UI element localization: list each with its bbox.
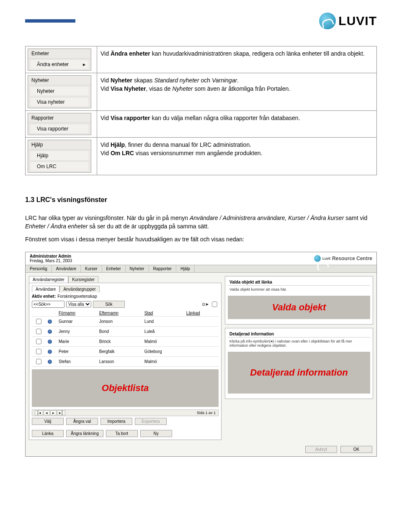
- row-checkbox[interactable]: [36, 349, 41, 354]
- table-row[interactable]: iJennyBondLuleå: [32, 326, 219, 336]
- objektlista-label: Objektlista: [102, 383, 149, 394]
- logo-text: LUVIT: [338, 14, 377, 28]
- top-tab[interactable]: Hjälp: [176, 265, 195, 272]
- aktiv-enhet-value: Forskningsvetenskap: [57, 294, 97, 299]
- register-tab[interactable]: Kursregister: [68, 276, 98, 283]
- action-button[interactable]: Exportera: [135, 418, 167, 425]
- action-button[interactable]: Länka: [32, 430, 64, 437]
- user-tab[interactable]: Användare: [32, 286, 59, 292]
- menu-header: Hjälp: [28, 140, 91, 150]
- row-checkbox[interactable]: [36, 339, 41, 344]
- action-button[interactable]: Välj: [32, 418, 64, 425]
- user-table: FörnamnEfternamnStadLänkad iGunnarJonson…: [32, 310, 219, 367]
- admin-date: Fredag, Mars 21, 2003: [30, 258, 72, 263]
- info-icon[interactable]: i: [48, 340, 52, 344]
- table-row[interactable]: iStefanLarssonMalmö: [32, 356, 219, 366]
- globe-icon: [319, 13, 336, 29]
- action-button[interactable]: Ny: [140, 430, 172, 437]
- top-tab[interactable]: Rapporter: [149, 265, 176, 272]
- luvit-logo: LUVIT: [319, 13, 377, 29]
- user-tab[interactable]: Användargrupper: [59, 286, 99, 292]
- chevron-right-icon: ▸: [83, 61, 85, 67]
- body-text: LRC har olika typer av visningsfönster. …: [25, 214, 377, 243]
- detaljerad-label: Detaljerad information: [250, 368, 348, 378]
- table-row[interactable]: iGunnarJonsonLund: [32, 316, 219, 326]
- avbryt-button[interactable]: Avbryt: [305, 446, 337, 453]
- top-tab[interactable]: Personlig: [26, 265, 52, 272]
- valda-objekt-label: Valda objekt: [272, 302, 326, 313]
- menu-item[interactable]: Om LRC: [30, 161, 89, 171]
- table-row[interactable]: iMarieBrinckMalmö: [32, 336, 219, 346]
- row-checkbox[interactable]: [36, 329, 41, 334]
- paragraph: Fönstret som visas i dessa menyer består…: [25, 235, 377, 243]
- menu-description: Vid Hjälp, finner du denna manual för LR…: [97, 138, 377, 175]
- info-icon[interactable]: i: [48, 320, 52, 324]
- detaljerad-text: Klicka på info-symbolen(●) i valrutan ov…: [228, 338, 370, 349]
- menu-item[interactable]: Visa nyheter: [30, 97, 89, 107]
- aktiv-enhet-label: Aktiv enhet:: [32, 294, 56, 299]
- table-header[interactable]: Efternamn: [97, 310, 142, 317]
- menu-description: Vid Nyheter skapas Standard nyheter och …: [97, 73, 377, 111]
- section-heading: 1.3 LRC's visningsfönster: [25, 196, 377, 204]
- top-tab[interactable]: Kurser: [81, 265, 102, 272]
- resource-centre-label: Resource Centre: [332, 256, 372, 261]
- menu-description-table: EnheterÄndra enheter▸Vid Ändra enheter k…: [25, 46, 377, 175]
- key-icon: ⊙➤: [202, 302, 209, 307]
- info-icon[interactable]: i: [48, 360, 52, 364]
- info-icon[interactable]: i: [48, 330, 52, 334]
- app-screenshot: Administrator Admin Fredag, Mars 21, 200…: [25, 252, 377, 457]
- action-button[interactable]: Ta bort: [106, 430, 138, 437]
- top-tab[interactable]: Användare: [52, 265, 81, 272]
- action-button[interactable]: Ångra länkning: [66, 430, 103, 437]
- header-accent-line: [25, 19, 75, 23]
- table-header[interactable]: Förnamn: [56, 310, 97, 317]
- action-button[interactable]: Importera: [100, 418, 132, 425]
- menu-item[interactable]: Nyheter: [30, 86, 89, 96]
- menu-header: Rapporter: [28, 113, 91, 123]
- sok-button[interactable]: Sök: [93, 301, 125, 308]
- visa-alla-select[interactable]: Visa alla: [66, 301, 91, 307]
- globe-icon: [314, 255, 321, 262]
- admin-name: Administrator Admin: [30, 254, 72, 258]
- menu-item[interactable]: Ändra enheter▸: [30, 59, 89, 69]
- pager-buttons[interactable]: ⎮◂◂▸▸⎮: [35, 411, 66, 415]
- top-tab[interactable]: Enheter: [102, 265, 126, 272]
- row-checkbox[interactable]: [36, 359, 41, 364]
- filter-checkbox[interactable]: [212, 302, 217, 307]
- table-row[interactable]: iPeterBergfalkGöteborg: [32, 346, 219, 356]
- paragraph: LRC har olika typer av visningsfönster. …: [25, 214, 377, 231]
- action-button[interactable]: Ångra val: [66, 418, 98, 425]
- detaljerad-header: Detaljerad information: [228, 331, 370, 338]
- top-tab[interactable]: Nyheter: [126, 265, 149, 272]
- info-icon[interactable]: i: [48, 350, 52, 354]
- table-header[interactable]: Länkad: [184, 310, 219, 317]
- search-input[interactable]: [32, 301, 64, 308]
- menu-header: Enheter: [28, 49, 91, 59]
- menu-description: Vid Visa rapporter kan du välja mellan n…: [97, 111, 377, 138]
- table-header[interactable]: Stad: [142, 310, 184, 317]
- valda-objekt-header: Valda objekt att länka: [228, 279, 370, 286]
- menu-item[interactable]: Visa rapporter: [30, 124, 89, 134]
- menu-description: Vid Ändra enheter kan huvudarkivadminist…: [97, 46, 377, 73]
- row-checkbox[interactable]: [36, 319, 41, 324]
- menu-header: Nyheter: [28, 76, 91, 85]
- ok-button[interactable]: OK: [340, 446, 372, 453]
- pager-label: Sida 1 av 1: [197, 411, 216, 415]
- valda-objekt-text: Valda objekt kommer att visas här.: [228, 286, 370, 293]
- menu-item[interactable]: Hjälp: [30, 151, 89, 161]
- register-tab[interactable]: Användarregister: [29, 276, 68, 283]
